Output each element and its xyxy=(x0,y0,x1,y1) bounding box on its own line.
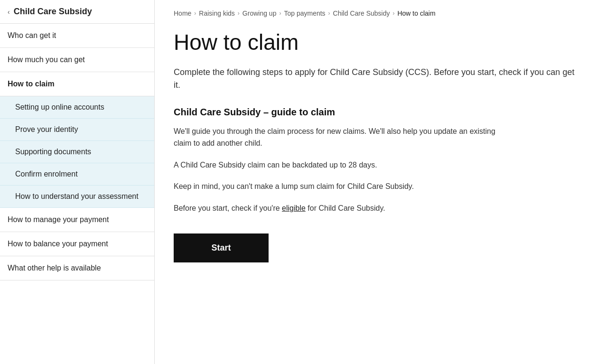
body-paragraph-3: Keep in mind, you can't make a lump sum … xyxy=(174,180,496,193)
breadcrumb-how-to-claim: How to claim xyxy=(397,9,435,17)
body-paragraph-4: Before you start, check if you're eligib… xyxy=(174,202,496,215)
body-paragraph-2: A Child Care Subsidy claim can be backda… xyxy=(174,159,496,171)
sidebar-sub-item-confirm-enrolment[interactable]: Confirm enrolment xyxy=(0,163,154,186)
sidebar-item-how-to-claim[interactable]: How to claim xyxy=(0,72,154,96)
breadcrumb-raising-kids[interactable]: Raising kids xyxy=(199,9,234,17)
sidebar-sub-item-supporting-docs[interactable]: Supporting documents xyxy=(0,141,154,163)
sidebar-item-how-much[interactable]: How much you can get xyxy=(0,48,154,72)
back-chevron-icon: ‹ xyxy=(8,8,10,16)
breadcrumb-growing-up[interactable]: Growing up xyxy=(242,9,277,17)
breadcrumb: Home › Raising kids › Growing up › Top p… xyxy=(174,9,596,17)
breadcrumb-sep-1: › xyxy=(194,10,196,17)
breadcrumb-sep-5: › xyxy=(392,10,394,17)
sidebar-header[interactable]: ‹ Child Care Subsidy xyxy=(0,0,154,24)
sidebar-item-balance-payment[interactable]: How to balance your payment xyxy=(0,232,154,256)
main-content: Home › Raising kids › Growing up › Top p… xyxy=(155,0,615,364)
breadcrumb-top-payments[interactable]: Top payments xyxy=(284,9,325,17)
intro-text: Complete the following steps to apply fo… xyxy=(174,66,582,92)
sidebar-item-manage-payment[interactable]: How to manage your payment xyxy=(0,208,154,232)
eligible-link[interactable]: eligible xyxy=(282,204,306,212)
breadcrumb-home[interactable]: Home xyxy=(174,9,191,17)
breadcrumb-sep-2: › xyxy=(238,10,240,17)
start-button[interactable]: Start xyxy=(174,233,269,262)
breadcrumb-child-care-subsidy[interactable]: Child Care Subsidy xyxy=(333,9,390,17)
body-paragraph-1: We'll guide you through the claim proces… xyxy=(174,125,496,149)
sidebar: ‹ Child Care Subsidy Who can get it How … xyxy=(0,0,155,364)
sidebar-item-who-can-get-it[interactable]: Who can get it xyxy=(0,24,154,48)
breadcrumb-sep-3: › xyxy=(279,10,281,17)
section-heading: Child Care Subsidy – guide to claim xyxy=(174,107,596,118)
sidebar-title: Child Care Subsidy xyxy=(14,7,92,17)
sidebar-sub-item-setting-up-online[interactable]: Setting up online accounts xyxy=(0,96,154,119)
sidebar-item-other-help[interactable]: What other help is available xyxy=(0,256,154,280)
sidebar-sub-items: Setting up online accounts Prove your id… xyxy=(0,96,154,208)
sidebar-sub-item-prove-identity[interactable]: Prove your identity xyxy=(0,119,154,141)
sidebar-sub-item-understand-assessment[interactable]: How to understand your assessment xyxy=(0,186,154,208)
page-title: How to claim xyxy=(174,30,596,55)
breadcrumb-sep-4: › xyxy=(328,10,330,17)
